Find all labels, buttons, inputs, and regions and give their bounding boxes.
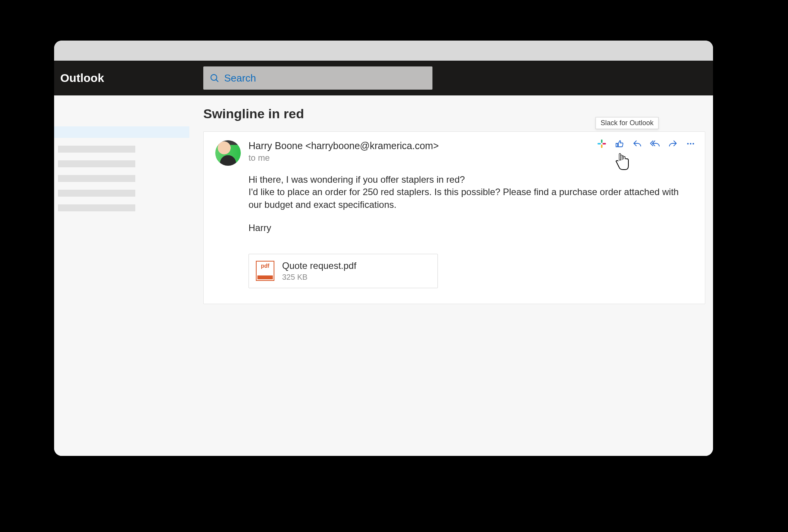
body-line: I'd like to place an order for 250 red s… [248, 186, 693, 211]
top-bar: Outlook Search [54, 61, 713, 95]
mail-list-item-placeholder [58, 175, 135, 182]
slack-icon [597, 139, 606, 150]
forward-icon [668, 139, 677, 150]
thumbs-up-icon [615, 139, 624, 150]
svg-rect-5 [602, 143, 606, 144]
sender-avatar [215, 140, 241, 166]
svg-rect-2 [601, 139, 602, 143]
app-name: Outlook [60, 71, 188, 85]
mail-list-item-selected[interactable] [54, 126, 189, 138]
window-titlebar [54, 41, 713, 61]
svg-line-1 [216, 80, 218, 82]
attachment-name: Quote request.pdf [282, 260, 356, 271]
outlook-window: Outlook Search S [54, 41, 713, 456]
sender-line: Harry Boone <harryboone@kramerica.com> [248, 140, 439, 151]
attachment-chip[interactable]: pdf Quote request.pdf 325 KB [248, 254, 438, 288]
message-actions [597, 139, 696, 150]
slack-for-outlook-button[interactable] [597, 139, 607, 150]
recipient-line: to me [248, 153, 439, 163]
reading-pane: Swingline in red Slack for Outlook Harry… [189, 95, 713, 456]
more-actions-button[interactable] [686, 139, 696, 150]
body-line: Hi there, I was wondering if you offer s… [248, 173, 693, 186]
email-body: Hi there, I was wondering if you offer s… [248, 173, 693, 235]
forward-button[interactable] [668, 139, 678, 150]
reply-all-icon [650, 139, 660, 150]
more-icon [686, 139, 695, 150]
like-button[interactable] [614, 139, 625, 150]
svg-rect-4 [597, 143, 601, 144]
mail-list-item-placeholder [58, 146, 135, 153]
attachment-size: 325 KB [282, 273, 356, 282]
signature: Harry [248, 222, 693, 234]
pdf-icon: pdf [256, 261, 274, 281]
mail-list-sidebar [54, 95, 189, 456]
mail-list-item-placeholder [58, 204, 135, 211]
svg-point-0 [211, 75, 217, 80]
search-icon [209, 73, 220, 83]
search-placeholder: Search [224, 72, 256, 84]
svg-point-8 [693, 143, 694, 144]
reply-icon [633, 139, 642, 150]
svg-rect-3 [601, 144, 602, 148]
svg-point-6 [687, 143, 689, 144]
email-card: Slack for Outlook Harry Boone <harryboon… [203, 131, 705, 304]
search-input[interactable]: Search [203, 66, 432, 90]
svg-point-7 [690, 143, 691, 144]
slack-tooltip: Slack for Outlook [596, 117, 659, 129]
reply-button[interactable] [632, 139, 642, 150]
reply-all-button[interactable] [650, 139, 660, 150]
mail-list-item-placeholder [58, 160, 135, 167]
mail-list-item-placeholder [58, 190, 135, 197]
